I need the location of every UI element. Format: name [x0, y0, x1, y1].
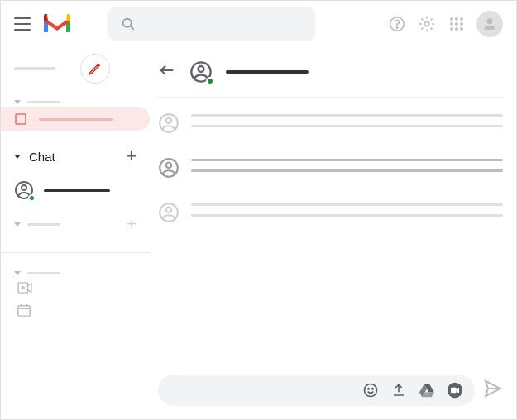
new-meeting-button[interactable]	[1, 279, 150, 300]
message-item	[158, 202, 503, 223]
svg-point-3	[396, 27, 397, 28]
svg-rect-32	[451, 388, 457, 394]
svg-rect-19	[18, 306, 30, 316]
message-item	[158, 112, 503, 134]
svg-point-25	[166, 163, 172, 169]
message-content-placeholder	[191, 112, 503, 127]
chat-section-header[interactable]: Chat +	[1, 137, 150, 175]
conversation-avatar[interactable]	[189, 60, 213, 84]
message-input[interactable]	[158, 375, 475, 406]
svg-point-21	[199, 66, 204, 72]
video-meet-button[interactable]	[447, 382, 463, 399]
app-header	[1, 1, 516, 47]
message-avatar	[158, 202, 180, 223]
svg-point-5	[450, 17, 453, 21]
svg-point-8	[450, 22, 453, 26]
meet-section-toggle[interactable]	[1, 268, 150, 279]
svg-point-12	[455, 27, 458, 31]
svg-rect-15	[16, 114, 26, 124]
svg-point-6	[455, 17, 458, 21]
sidebar-item-inbox[interactable]	[1, 107, 150, 131]
message-content-placeholder	[191, 157, 503, 172]
svg-point-14	[487, 18, 493, 24]
arrow-left-icon	[158, 61, 176, 79]
svg-point-13	[460, 27, 463, 31]
section-label-placeholder	[27, 101, 60, 103]
conversation-name-placeholder	[226, 70, 309, 74]
add-room-button[interactable]: +	[127, 215, 136, 234]
svg-point-30	[372, 389, 373, 389]
upload-icon	[391, 383, 406, 398]
svg-point-10	[460, 22, 463, 26]
svg-point-7	[460, 17, 463, 21]
svg-point-9	[455, 22, 458, 26]
svg-point-23	[166, 118, 172, 124]
presence-indicator	[28, 194, 36, 202]
chevron-down-icon	[14, 100, 21, 104]
chevron-down-icon	[14, 271, 21, 275]
inbox-icon	[14, 112, 27, 126]
new-chat-button[interactable]: +	[126, 146, 136, 167]
section-label-placeholder	[27, 223, 60, 226]
sidebar-divider	[1, 252, 150, 253]
help-icon[interactable]	[387, 14, 407, 34]
section-label-placeholder	[27, 272, 60, 274]
svg-point-4	[424, 21, 429, 26]
contact-avatar	[14, 180, 34, 200]
header-actions	[387, 11, 503, 37]
svg-point-0	[123, 19, 132, 27]
google-drive-icon	[419, 383, 435, 398]
rooms-section-toggle[interactable]: +	[1, 212, 150, 237]
my-meetings-button[interactable]	[1, 300, 150, 323]
svg-point-28	[365, 384, 377, 397]
pencil-icon	[88, 61, 103, 76]
chat-header-bar	[158, 47, 503, 98]
apps-grid-icon[interactable]	[447, 14, 467, 34]
chat-section-label: Chat	[29, 150, 55, 164]
account-avatar[interactable]	[476, 11, 503, 37]
message-avatar	[158, 112, 180, 134]
emoji-button[interactable]	[362, 382, 379, 399]
send-icon	[483, 379, 503, 399]
compose-area	[158, 375, 503, 419]
svg-line-1	[131, 26, 134, 30]
video-plus-icon	[17, 282, 32, 294]
chat-panel	[158, 47, 503, 419]
back-button[interactable]	[158, 61, 176, 83]
mail-section-toggle[interactable]	[1, 97, 150, 107]
video-call-icon	[447, 381, 463, 399]
mail-section	[1, 90, 150, 137]
message-avatar	[158, 157, 180, 179]
svg-point-27	[166, 208, 172, 213]
emoji-icon	[362, 382, 379, 399]
svg-point-29	[368, 389, 369, 389]
rooms-section: +	[1, 205, 150, 244]
nav-label-placeholder	[39, 118, 113, 121]
compose-button[interactable]	[80, 54, 110, 84]
svg-point-17	[22, 185, 26, 190]
chat-contact-item[interactable]	[1, 175, 150, 205]
send-button[interactable]	[483, 379, 503, 402]
presence-indicator	[206, 77, 214, 85]
gmail-logo[interactable]	[41, 12, 74, 36]
upload-button[interactable]	[390, 382, 407, 399]
contact-name-placeholder	[44, 189, 110, 192]
message-item	[158, 157, 503, 179]
calendar-icon	[17, 303, 31, 317]
search-icon	[120, 16, 136, 32]
meet-section	[1, 261, 150, 330]
chevron-down-icon	[14, 155, 21, 159]
search-bar[interactable]	[108, 7, 315, 41]
sidebar: Chat + +	[1, 47, 150, 419]
compose-label-placeholder	[14, 67, 55, 70]
main-menu-button[interactable]	[14, 16, 31, 32]
svg-point-11	[450, 27, 453, 31]
compose-row	[1, 47, 150, 90]
chevron-down-icon	[14, 222, 21, 227]
message-list	[158, 98, 503, 375]
message-content-placeholder	[191, 202, 503, 217]
drive-button[interactable]	[419, 382, 435, 399]
settings-gear-icon[interactable]	[417, 14, 437, 34]
